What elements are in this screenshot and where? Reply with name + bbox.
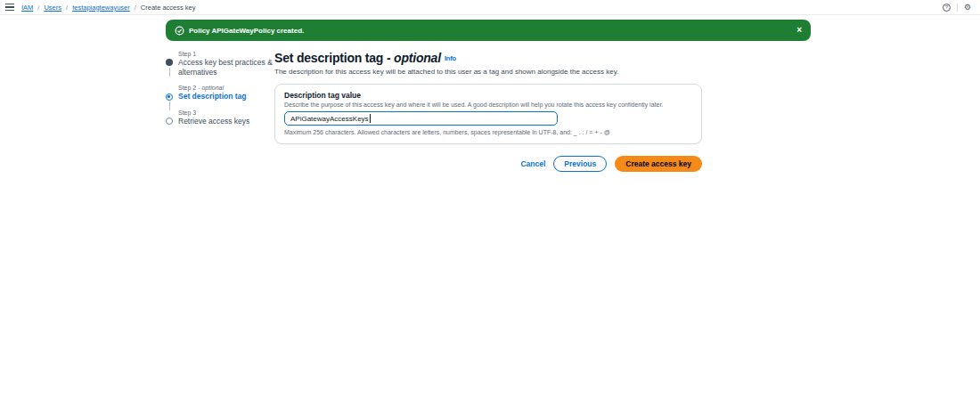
step-upcoming-bullet-icon bbox=[166, 118, 173, 125]
help-icon[interactable]: ? bbox=[943, 4, 951, 12]
divider bbox=[957, 4, 958, 12]
text-caret bbox=[370, 114, 371, 123]
field-description: Describe the purpose of this access key … bbox=[284, 102, 692, 108]
page-title: Set description tag - optionalInfo bbox=[274, 51, 702, 65]
topbar-right-icons: ? ⚙ bbox=[943, 4, 971, 12]
step-1-access-key-best-practices[interactable]: Step 1 Access key best practices & alter… bbox=[166, 51, 274, 77]
description-tag-input[interactable]: APiGatewayAccessKeys bbox=[284, 111, 558, 126]
top-navigation-bar: IAM / Users / testapiagtewayuser / Creat… bbox=[0, 0, 980, 15]
previous-button[interactable]: Previous bbox=[553, 156, 607, 172]
breadcrumb-users[interactable]: Users bbox=[44, 4, 61, 12]
field-constraint-text: Maximum 256 characters. Allowed characte… bbox=[284, 129, 692, 135]
gear-icon[interactable]: ⚙ bbox=[964, 4, 971, 12]
breadcrumb-user[interactable]: testapiagtewayuser bbox=[72, 4, 130, 12]
main-panel: Set description tag - optionalInfo The d… bbox=[274, 51, 702, 172]
cancel-button[interactable]: Cancel bbox=[520, 159, 545, 168]
step-3-retrieve-access-keys[interactable]: Step 3 Retrieve access keys bbox=[166, 110, 274, 126]
step-title: Access key best practices & alternatives bbox=[178, 58, 274, 77]
step-2-set-description-tag[interactable]: Step 2 - optional Set description tag bbox=[166, 85, 274, 102]
info-link[interactable]: Info bbox=[445, 54, 456, 62]
breadcrumb-iam[interactable]: IAM bbox=[21, 4, 33, 12]
success-flash-banner: Policy APIGateWayPolicy created. × bbox=[166, 20, 811, 41]
step-title: Set description tag bbox=[178, 92, 274, 102]
page-subtitle: The description for this access key will… bbox=[274, 68, 702, 76]
close-icon[interactable]: × bbox=[796, 26, 802, 35]
breadcrumb-separator: / bbox=[37, 4, 39, 12]
step-label: Step 1 bbox=[178, 51, 274, 57]
wizard-actions: Cancel Previous Create access key bbox=[274, 156, 702, 172]
input-value: APiGatewayAccessKeys bbox=[290, 115, 369, 123]
success-check-icon bbox=[175, 26, 184, 36]
step-title: Retrieve access keys bbox=[178, 117, 274, 126]
breadcrumb-separator: / bbox=[66, 4, 68, 12]
field-label: Description tag value bbox=[284, 91, 692, 100]
flash-message: Policy APIGateWayPolicy created. bbox=[189, 27, 304, 35]
breadcrumb-separator: / bbox=[135, 4, 136, 12]
description-tag-card: Description tag value Describe the purpo… bbox=[274, 84, 702, 144]
page-content: Policy APIGateWayPolicy created. × Step … bbox=[166, 20, 811, 172]
wizard-step-navigation: Step 1 Access key best practices & alter… bbox=[166, 51, 274, 172]
create-access-key-button[interactable]: Create access key bbox=[615, 156, 702, 172]
step-completed-bullet-icon bbox=[166, 59, 173, 66]
breadcrumb: IAM / Users / testapiagtewayuser / Creat… bbox=[21, 4, 196, 12]
breadcrumb-current-page: Create access key bbox=[141, 4, 196, 12]
menu-hamburger-icon[interactable] bbox=[5, 4, 14, 11]
step-label: Step 3 bbox=[178, 110, 274, 116]
step-label: Step 2 - optional bbox=[178, 85, 274, 91]
step-current-radio-icon bbox=[166, 93, 173, 101]
